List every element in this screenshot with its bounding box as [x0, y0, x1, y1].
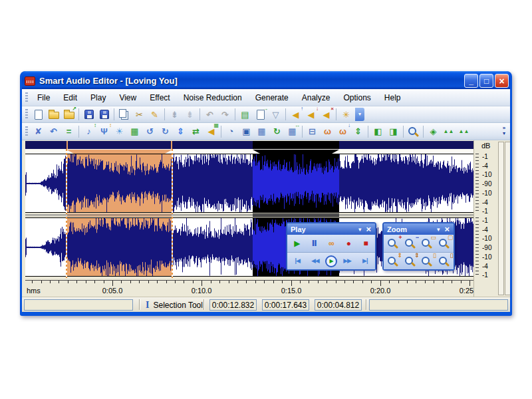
paste-icon[interactable]: ✎: [148, 108, 162, 122]
zoom-in-button[interactable]: +: [386, 237, 401, 250]
play-panel-titlebar[interactable]: Play ▾ ×: [287, 223, 375, 235]
paste-insert-icon[interactable]: ⇟: [183, 108, 197, 122]
volume-up-icon[interactable]: ◀↑: [289, 108, 303, 122]
menu-item-generate[interactable]: Generate: [249, 91, 295, 104]
zoom-panel-titlebar[interactable]: Zoom ▾ ×: [384, 223, 454, 235]
pause-button[interactable]: Ⅱ: [307, 237, 322, 250]
mute-icon[interactable]: ◀×: [319, 108, 333, 122]
toolbar1-grip-handle[interactable]: [25, 109, 28, 120]
menu-item-noise-reduction[interactable]: Noise Reduction: [177, 91, 249, 104]
align-right-icon[interactable]: ◨: [386, 124, 400, 138]
toolbar1-overflow-button[interactable]: ▾: [355, 108, 364, 121]
play-button[interactable]: ▶: [289, 237, 305, 250]
convert-format-icon[interactable]: →: [253, 108, 267, 122]
fade-icon[interactable]: ◀▦: [204, 124, 218, 138]
destroy-icon[interactable]: ✘: [31, 124, 45, 138]
mixer-icon[interactable]: ✳: [339, 108, 353, 122]
equalizer-icon[interactable]: ▦: [128, 124, 142, 138]
copy-icon[interactable]: [117, 108, 131, 122]
stop-button[interactable]: ■: [358, 237, 373, 250]
menu-item-edit[interactable]: Edit: [57, 91, 84, 104]
fade-out-icon[interactable]: ▲▲: [457, 124, 471, 138]
fast-forward-button[interactable]: ▶▶: [340, 255, 355, 268]
panel-menu-icon[interactable]: ▾: [434, 226, 443, 233]
zoom-out-button[interactable]: −: [402, 237, 418, 250]
stopwatch-icon[interactable]: ◔: [224, 124, 238, 138]
go-to-end-button[interactable]: ▶|: [357, 255, 372, 268]
batch-processor-icon[interactable]: ▤: [238, 108, 252, 122]
time-ruler[interactable]: hms 0:05.00:10.00:15.00:20.00:25.0: [25, 281, 473, 297]
redo-icon[interactable]: ↷: [218, 108, 232, 122]
select-region-icon[interactable]: ▣: [239, 124, 253, 138]
amplify-icon[interactable]: ⇕: [174, 124, 188, 138]
tape-icon[interactable]: ⊟: [305, 124, 319, 138]
waveform-view[interactable]: hms 0:05.00:10.00:15.00:20.00:25.0: [25, 140, 473, 297]
channel-left[interactable]: [25, 154, 473, 213]
menu-item-play[interactable]: Play: [84, 91, 112, 104]
zoom-full-button[interactable]: ▭: [420, 237, 435, 250]
pitch-shift-icon[interactable]: Ψ↕: [97, 124, 111, 138]
open-file-icon[interactable]: [47, 108, 61, 122]
record-button[interactable]: ●: [340, 237, 356, 250]
panel-close-icon[interactable]: ×: [442, 225, 452, 233]
menu-item-help[interactable]: Help: [378, 91, 408, 104]
ruler-tick: [59, 281, 59, 283]
fade-in-icon[interactable]: ▲▲: [442, 124, 456, 138]
cut-icon[interactable]: ✂: [132, 108, 146, 122]
waveform-left-canvas[interactable]: [25, 154, 473, 212]
zoom-selection-button[interactable]: ▢: [436, 237, 452, 250]
voice-remove-icon[interactable]: ω↓: [336, 124, 350, 138]
loop-icon[interactable]: ↻: [270, 124, 284, 138]
zoom-to-selection-start-button[interactable]: ▯: [420, 255, 435, 268]
trim-icon[interactable]: ↶: [47, 124, 61, 138]
envelope-icon[interactable]: ◈: [426, 124, 440, 138]
delay-icon[interactable]: ↺: [143, 124, 157, 138]
loop-play-button[interactable]: ∞: [323, 237, 338, 250]
align-left-icon[interactable]: ◧: [371, 124, 385, 138]
menu-grip-handle[interactable]: [25, 92, 28, 103]
marked-region-right-edge[interactable]: [172, 149, 173, 278]
paste-to-new-icon[interactable]: ⇟: [168, 108, 182, 122]
panel-menu-icon[interactable]: ▾: [356, 226, 364, 233]
echo-icon[interactable]: ↻: [158, 124, 172, 138]
toolbar2-grip-handle[interactable]: [25, 126, 28, 137]
maximize-button[interactable]: □: [479, 74, 493, 88]
vertical-zoom-bar[interactable]: [505, 142, 510, 295]
close-button[interactable]: ×: [495, 74, 509, 88]
toolbar2-overflow-button[interactable]: » ▾: [499, 124, 509, 138]
open-append-icon[interactable]: ↗: [62, 108, 76, 122]
panel-close-icon[interactable]: ×: [364, 225, 373, 233]
menu-item-analyze[interactable]: Analyze: [295, 91, 337, 104]
overview-bar[interactable]: [25, 141, 473, 149]
normalize-icon[interactable]: ⇕: [351, 124, 365, 138]
vertical-zoom-out-button[interactable]: ⇕: [402, 255, 418, 268]
group-frames-icon[interactable]: ▦↔: [285, 124, 299, 138]
vibrato-icon[interactable]: ☀: [112, 124, 126, 138]
zoom-to-selection-end-button[interactable]: ▯: [436, 255, 452, 268]
silence-icon[interactable]: =: [62, 124, 76, 138]
filter-icon[interactable]: ▽: [269, 108, 283, 122]
volume-down-icon[interactable]: ◀↓: [304, 108, 318, 122]
amplify-glyph: ⇕: [177, 127, 184, 136]
menu-item-view[interactable]: View: [112, 91, 143, 104]
menu-item-effect[interactable]: Effect: [143, 91, 176, 104]
save-file-icon[interactable]: [82, 108, 96, 122]
find-icon[interactable]: [406, 124, 420, 138]
marked-region-left-edge[interactable]: [66, 149, 67, 278]
new-file-icon[interactable]: [31, 108, 45, 122]
frames-icon[interactable]: ▦: [255, 124, 269, 138]
title-bar[interactable]: Smart Audio Editor - [Loving You] _ □ ×: [22, 71, 510, 89]
menu-item-options[interactable]: Options: [336, 91, 377, 104]
undo-icon[interactable]: ↶: [203, 108, 217, 122]
menu-item-file[interactable]: File: [31, 91, 57, 104]
rewind-button[interactable]: ◀◀: [307, 255, 323, 268]
vertical-scrollbar[interactable]: [498, 142, 504, 295]
go-to-start-button[interactable]: |◀: [290, 255, 305, 268]
save-as-icon[interactable]: ▫: [97, 108, 111, 122]
voice-icon[interactable]: ω: [321, 124, 334, 138]
vertical-zoom-in-button[interactable]: ⇕: [386, 255, 401, 268]
play-from-cursor-button[interactable]: ▶: [325, 255, 337, 267]
minimize-button[interactable]: _: [464, 74, 478, 88]
mix-icon[interactable]: ⇄: [189, 124, 203, 138]
time-stretch-icon[interactable]: ♪↕: [82, 124, 96, 138]
